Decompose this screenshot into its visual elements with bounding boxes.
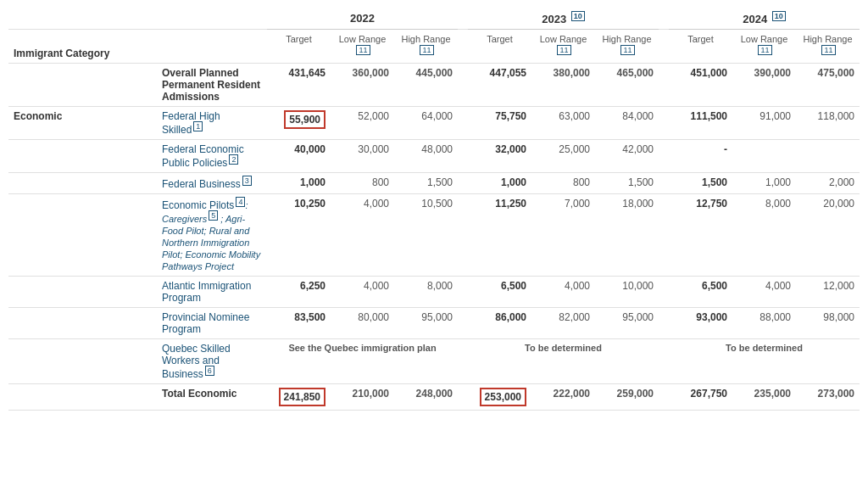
category-cell — [8, 172, 157, 193]
high-range-y1: 48,000 — [394, 139, 458, 172]
high-range-y2: 95,000 — [595, 307, 659, 338]
low-range-y3: 235,000 — [732, 383, 796, 410]
high-range-y1: 248,000 — [394, 383, 458, 410]
target-y2: 86,000 — [468, 307, 531, 338]
target-y1: See the Quebec immigration plan — [267, 338, 458, 383]
table-row: Quebec Skilled Workers and Business6See … — [8, 338, 860, 383]
low-range-y2: 380,000 — [531, 63, 595, 106]
high-range-y2: 10,000 — [595, 276, 659, 307]
low-range-y3 — [732, 139, 796, 172]
low-range-y2: 25,000 — [531, 139, 595, 172]
low-range-y1: 800 — [331, 172, 394, 193]
high-range-y2: 259,000 — [595, 383, 659, 410]
low-range-y2: 4,000 — [531, 276, 595, 307]
target-y3: 451,000 — [669, 63, 732, 106]
high-range-y2: 18,000 — [595, 193, 659, 276]
target-y2: 1,000 — [468, 172, 531, 193]
year-2023-footnote[interactable]: 10 — [571, 11, 585, 21]
low-range-y1: 4,000 — [331, 276, 394, 307]
high-range-y3: 2,000 — [796, 172, 860, 193]
col-category-header: Immigrant Category — [8, 30, 157, 63]
category-cell — [8, 193, 157, 276]
low-range-y2: 7,000 — [531, 193, 595, 276]
high-range-y1: 64,000 — [394, 106, 458, 139]
table-row: Provincial Nominee Program83,50080,00095… — [8, 307, 860, 338]
target-y2: To be determined — [468, 338, 659, 383]
high-range-y2: 1,500 — [595, 172, 659, 193]
high-range-y3 — [796, 139, 860, 172]
low-range-y1: 360,000 — [331, 63, 394, 106]
target-y1: 1,000 — [267, 172, 331, 193]
low-range-y2: 222,000 — [531, 383, 595, 410]
target-y2: 6,500 — [468, 276, 531, 307]
target-y3: 12,750 — [669, 193, 732, 276]
low-range-y1: 52,000 — [331, 106, 394, 139]
target-y3: 6,500 — [669, 276, 732, 307]
target-y1: 6,250 — [267, 276, 331, 307]
high-range-y1: 95,000 — [394, 307, 458, 338]
subcategory-cell: Total Economic — [157, 383, 267, 410]
low-range-y1: 30,000 — [331, 139, 394, 172]
high-range-y3: 12,000 — [796, 276, 860, 307]
target-y1: 431,645 — [267, 63, 331, 106]
category-cell: Economic — [8, 106, 157, 139]
subcategory-cell: Federal Business3 — [157, 172, 267, 193]
target-y1: 241,850 — [267, 383, 331, 410]
year-2023-header: 2023 10 — [468, 8, 659, 30]
category-cell — [8, 63, 157, 106]
high-range-y2: 42,000 — [595, 139, 659, 172]
year-2022-header: 2022 — [267, 8, 458, 30]
low-range-y3: 88,000 — [732, 307, 796, 338]
low-range-y3: 1,000 — [732, 172, 796, 193]
high-range-header-2022: High Range 11 — [394, 30, 458, 63]
low-range-y3: 390,000 — [732, 63, 796, 106]
subcategory-cell: Economic Pilots4: Caregivers5 ; Agri-Foo… — [157, 193, 267, 276]
high-range-y3: 475,000 — [796, 63, 860, 106]
subcategory-cell: Federal Economic Public Policies2 — [157, 139, 267, 172]
year-2024-footnote[interactable]: 10 — [772, 11, 786, 21]
low-range-y3: 8,000 — [732, 193, 796, 276]
target-y1: 40,000 — [267, 139, 331, 172]
table-row: Atlantic Immigration Program6,2504,0008,… — [8, 276, 860, 307]
target-y3: 1,500 — [669, 172, 732, 193]
target-y2: 253,000 — [468, 383, 531, 410]
category-cell — [8, 338, 157, 383]
high-range-header-2024: High Range 11 — [796, 30, 860, 63]
target-y1: 83,500 — [267, 307, 331, 338]
target-y1: 10,250 — [267, 193, 331, 276]
low-range-y2: 82,000 — [531, 307, 595, 338]
high-range-y1: 1,500 — [394, 172, 458, 193]
high-range-y3: 20,000 — [796, 193, 860, 276]
table-row: Economic Pilots4: Caregivers5 ; Agri-Foo… — [8, 193, 860, 276]
target-header-2022: Target — [267, 30, 331, 63]
low-range-y3: 4,000 — [732, 276, 796, 307]
category-cell — [8, 276, 157, 307]
high-range-y2: 84,000 — [595, 106, 659, 139]
low-range-y1: 4,000 — [331, 193, 394, 276]
table-row: Overall Planned Permanent Resident Admis… — [8, 63, 860, 106]
subcategory-cell: Overall Planned Permanent Resident Admis… — [157, 63, 267, 106]
low-range-y2: 800 — [531, 172, 595, 193]
category-cell — [8, 383, 157, 410]
low-range-y2: 63,000 — [531, 106, 595, 139]
category-cell — [8, 307, 157, 338]
table-row: EconomicFederal High Skilled155,90052,00… — [8, 106, 860, 139]
target-y2: 447,055 — [468, 63, 531, 106]
low-range-y3: 91,000 — [732, 106, 796, 139]
low-range-y1: 80,000 — [331, 307, 394, 338]
high-range-y2: 465,000 — [595, 63, 659, 106]
low-range-y1: 210,000 — [331, 383, 394, 410]
year-2024-header: 2024 10 — [669, 8, 860, 30]
target-y1: 55,900 — [267, 106, 331, 139]
year-2024-label: 2024 — [743, 13, 767, 25]
category-cell — [8, 139, 157, 172]
target-y3: To be determined — [669, 338, 860, 383]
target-y2: 75,750 — [468, 106, 531, 139]
low-range-header-2024: Low Range 11 — [732, 30, 796, 63]
target-y3: 93,000 — [669, 307, 732, 338]
high-range-header-2023: High Range 11 — [595, 30, 659, 63]
subcategory-cell: Quebec Skilled Workers and Business6 — [157, 338, 267, 383]
low-range-header-2023: Low Range 11 — [531, 30, 595, 63]
target-header-2024: Target — [669, 30, 732, 63]
year-2023-label: 2023 — [542, 13, 566, 25]
